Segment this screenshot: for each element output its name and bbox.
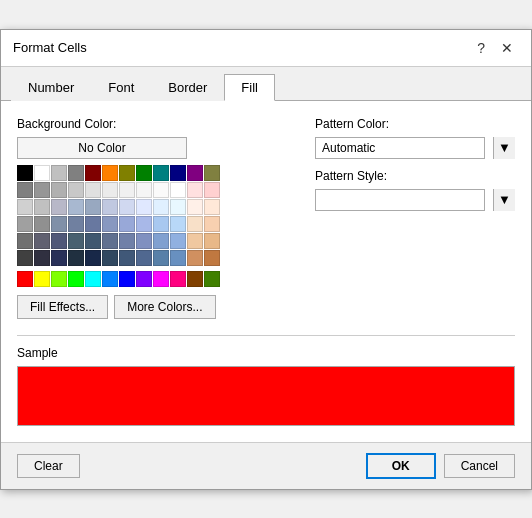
color-cell[interactable]	[204, 250, 220, 266]
color-cell[interactable]	[17, 165, 33, 181]
color-cell[interactable]	[153, 271, 169, 287]
color-cell[interactable]	[102, 233, 118, 249]
color-cell[interactable]	[68, 199, 84, 215]
color-cell[interactable]	[136, 271, 152, 287]
color-cell[interactable]	[51, 199, 67, 215]
color-cell[interactable]	[136, 233, 152, 249]
help-button[interactable]: ?	[471, 38, 491, 58]
color-cell[interactable]	[187, 250, 203, 266]
no-color-button[interactable]: No Color	[17, 137, 187, 159]
color-cell[interactable]	[170, 165, 186, 181]
color-cell[interactable]	[34, 271, 50, 287]
color-cell[interactable]	[102, 182, 118, 198]
color-cell[interactable]	[153, 199, 169, 215]
color-cell[interactable]	[68, 216, 84, 232]
color-cell[interactable]	[34, 199, 50, 215]
color-cell[interactable]	[119, 165, 135, 181]
color-cell[interactable]	[17, 233, 33, 249]
color-cell[interactable]	[153, 182, 169, 198]
color-cell[interactable]	[119, 199, 135, 215]
color-cell[interactable]	[51, 182, 67, 198]
color-cell[interactable]	[68, 271, 84, 287]
color-cell[interactable]	[153, 165, 169, 181]
color-cell[interactable]	[153, 216, 169, 232]
tab-number[interactable]: Number	[11, 74, 91, 101]
color-cell[interactable]	[102, 271, 118, 287]
color-cell[interactable]	[102, 199, 118, 215]
color-cell[interactable]	[204, 199, 220, 215]
color-cell[interactable]	[102, 216, 118, 232]
color-cell[interactable]	[187, 182, 203, 198]
pattern-color-select[interactable]: Automatic	[315, 137, 485, 159]
color-cell[interactable]	[85, 250, 101, 266]
clear-button[interactable]: Clear	[17, 454, 80, 478]
color-cell[interactable]	[34, 182, 50, 198]
color-cell[interactable]	[187, 271, 203, 287]
color-cell[interactable]	[119, 250, 135, 266]
color-cell[interactable]	[187, 233, 203, 249]
color-cell[interactable]	[170, 182, 186, 198]
color-cell[interactable]	[68, 233, 84, 249]
color-cell[interactable]	[85, 271, 101, 287]
tab-fill[interactable]: Fill	[224, 74, 275, 101]
tab-border[interactable]: Border	[151, 74, 224, 101]
color-cell[interactable]	[119, 233, 135, 249]
color-cell[interactable]	[85, 182, 101, 198]
color-cell[interactable]	[68, 182, 84, 198]
color-cell[interactable]	[204, 233, 220, 249]
tabs-bar: Number Font Border Fill	[1, 67, 531, 101]
close-button[interactable]: ✕	[495, 38, 519, 58]
color-cell[interactable]	[204, 182, 220, 198]
cancel-button[interactable]: Cancel	[444, 454, 515, 478]
color-cell[interactable]	[170, 199, 186, 215]
fill-effects-button[interactable]: Fill Effects...	[17, 295, 108, 319]
color-cell[interactable]	[153, 250, 169, 266]
color-cell[interactable]	[34, 250, 50, 266]
color-cell[interactable]	[51, 250, 67, 266]
color-cell[interactable]	[204, 271, 220, 287]
color-cell[interactable]	[17, 182, 33, 198]
color-cell[interactable]	[85, 165, 101, 181]
color-cell[interactable]	[136, 250, 152, 266]
color-cell[interactable]	[17, 271, 33, 287]
tab-font[interactable]: Font	[91, 74, 151, 101]
color-cell[interactable]	[187, 216, 203, 232]
color-cell[interactable]	[34, 216, 50, 232]
pattern-style-select[interactable]	[315, 189, 485, 211]
ok-button[interactable]: OK	[366, 453, 436, 479]
color-cell[interactable]	[68, 165, 84, 181]
color-cell[interactable]	[51, 216, 67, 232]
color-cell[interactable]	[85, 233, 101, 249]
color-cell[interactable]	[17, 216, 33, 232]
color-cell[interactable]	[68, 250, 84, 266]
color-cell[interactable]	[34, 233, 50, 249]
color-cell[interactable]	[102, 250, 118, 266]
color-cell[interactable]	[170, 250, 186, 266]
color-cell[interactable]	[119, 271, 135, 287]
color-cell[interactable]	[85, 216, 101, 232]
color-cell[interactable]	[136, 199, 152, 215]
color-cell[interactable]	[170, 233, 186, 249]
color-cell[interactable]	[17, 199, 33, 215]
color-cell[interactable]	[51, 271, 67, 287]
color-cell[interactable]	[85, 199, 101, 215]
color-cell[interactable]	[34, 165, 50, 181]
more-colors-button[interactable]: More Colors...	[114, 295, 215, 319]
color-cell[interactable]	[51, 233, 67, 249]
color-cell[interactable]	[187, 165, 203, 181]
color-cell[interactable]	[170, 216, 186, 232]
color-cell[interactable]	[204, 216, 220, 232]
color-cell[interactable]	[119, 216, 135, 232]
color-cell[interactable]	[170, 271, 186, 287]
color-cell[interactable]	[51, 165, 67, 181]
color-cell[interactable]	[187, 199, 203, 215]
color-cell[interactable]	[102, 165, 118, 181]
color-cell[interactable]	[136, 165, 152, 181]
color-cell[interactable]	[136, 182, 152, 198]
color-cell[interactable]	[17, 250, 33, 266]
color-cell[interactable]	[153, 233, 169, 249]
title-bar-actions: ? ✕	[471, 38, 519, 58]
color-cell[interactable]	[119, 182, 135, 198]
color-cell[interactable]	[136, 216, 152, 232]
color-cell[interactable]	[204, 165, 220, 181]
